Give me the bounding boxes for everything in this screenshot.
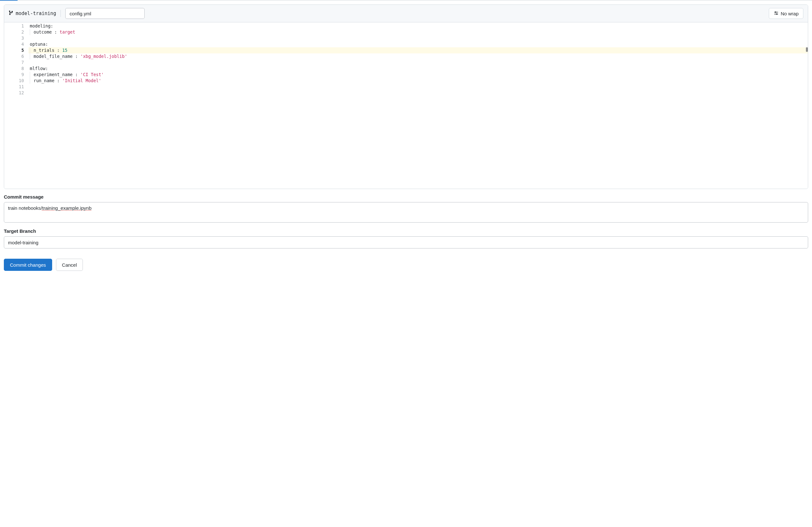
action-buttons: Commit changes Cancel — [4, 259, 808, 271]
code-editor[interactable]: 123456789101112 modeling:outcome : targe… — [4, 23, 808, 189]
indent-guide — [30, 72, 30, 78]
indent-guide — [30, 29, 30, 35]
code-line[interactable] — [30, 35, 808, 41]
code-token: run_name — [33, 78, 57, 83]
line-number[interactable]: 12 — [4, 90, 24, 96]
code-token: modeling — [30, 23, 50, 28]
code-token: target — [59, 29, 75, 34]
code-token: : — [75, 72, 80, 77]
code-token: n_trials — [33, 48, 57, 53]
code-line[interactable]: run_name : 'Initial Model' — [30, 78, 808, 84]
line-number[interactable]: 6 — [4, 54, 24, 59]
toolbar-separator — [60, 10, 61, 17]
line-number[interactable]: 1 — [4, 23, 24, 29]
code-token: : — [45, 42, 48, 47]
code-token: : — [57, 48, 62, 53]
line-number[interactable]: 5 — [4, 47, 24, 54]
code-token: 15 — [62, 48, 67, 53]
progress-bar — [0, 0, 812, 1]
commit-form: Commit message train notebooks/training_… — [0, 189, 812, 279]
line-number[interactable]: 4 — [4, 41, 24, 47]
code-line[interactable] — [30, 84, 808, 90]
code-line[interactable]: n_trials : 15 — [28, 47, 808, 54]
editor-panel: model-training No wrap 123456789101112 m… — [4, 4, 808, 189]
filename-input[interactable] — [65, 8, 145, 19]
code-token: 'xbg_model.joblib' — [80, 54, 127, 59]
code-token: optuna — [30, 42, 45, 47]
settings-sliders-icon — [773, 11, 779, 17]
line-number[interactable]: 2 — [4, 29, 24, 35]
branch-name: model-training — [16, 11, 56, 16]
code-line[interactable]: mlflow: — [30, 65, 808, 72]
code-line[interactable] — [30, 90, 808, 96]
code-token: : — [54, 29, 59, 34]
line-number[interactable]: 10 — [4, 78, 24, 84]
git-branch-icon — [9, 10, 14, 17]
commit-changes-button[interactable]: Commit changes — [4, 259, 52, 271]
minimap-scroll-thumb[interactable] — [806, 47, 808, 52]
code-content[interactable]: modeling:outcome : targetoptuna:n_trials… — [30, 23, 808, 189]
code-line[interactable]: modeling: — [30, 23, 808, 29]
commit-message-input[interactable]: train notebooks/training_example.ipynb — [4, 202, 808, 222]
branch-indicator[interactable]: model-training — [9, 10, 56, 17]
code-token: model_file_name — [33, 54, 75, 59]
code-line[interactable]: model_file_name : 'xbg_model.joblib' — [30, 54, 808, 59]
code-token: : — [57, 78, 62, 83]
line-number[interactable]: 9 — [4, 72, 24, 78]
code-token: : — [75, 54, 80, 59]
line-number[interactable]: 3 — [4, 35, 24, 41]
code-token: : — [50, 23, 53, 28]
commit-message-label: Commit message — [4, 194, 808, 200]
line-number[interactable]: 8 — [4, 65, 24, 72]
code-line[interactable]: optuna: — [30, 41, 808, 47]
code-token: 'Initial Model' — [62, 78, 101, 83]
target-branch-label: Target Branch — [4, 228, 808, 234]
code-line[interactable] — [30, 59, 808, 65]
indent-guide — [30, 54, 30, 59]
target-branch-input[interactable] — [4, 236, 808, 248]
code-line[interactable]: experiment_name : 'CI Test' — [30, 72, 808, 78]
indent-guide — [30, 78, 30, 84]
code-line[interactable]: outcome : target — [30, 29, 808, 35]
line-number[interactable]: 11 — [4, 84, 24, 90]
code-token: mlflow — [30, 66, 45, 71]
svg-point-1 — [775, 12, 776, 13]
code-token: : — [45, 66, 48, 71]
line-number[interactable]: 7 — [4, 59, 24, 65]
editor-toolbar: model-training No wrap — [4, 5, 808, 23]
indent-guide — [30, 47, 30, 54]
nowrap-label: No wrap — [781, 11, 799, 16]
code-token: outcome — [33, 29, 54, 34]
svg-point-3 — [777, 13, 778, 14]
code-token: experiment_name — [33, 72, 75, 77]
line-gutter: 123456789101112 — [4, 23, 30, 189]
nowrap-button[interactable]: No wrap — [769, 8, 803, 19]
cancel-button[interactable]: Cancel — [56, 259, 83, 271]
code-token: 'CI Test' — [80, 72, 104, 77]
